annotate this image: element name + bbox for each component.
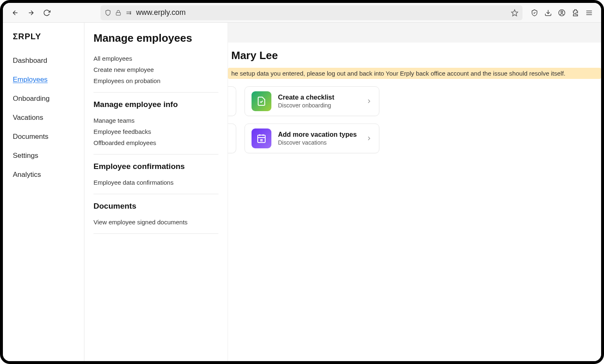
top-bar (228, 23, 601, 43)
link-employee-feedbacks[interactable]: Employee feedbacks (93, 126, 218, 137)
nav-analytics[interactable]: Analytics (13, 165, 84, 184)
nav-dashboard[interactable]: Dashboard (13, 51, 84, 70)
bookmark-star-icon[interactable] (511, 9, 518, 17)
nav-vacations[interactable]: Vacations (13, 108, 84, 127)
back-button[interactable] (11, 9, 19, 17)
setup-alert: he setup data you entered, please log ou… (228, 68, 601, 79)
checklist-icon (252, 91, 271, 111)
nav-employees[interactable]: Employees (13, 70, 84, 89)
card-subtitle: Discover vacations (278, 139, 366, 146)
heading-manage-info: Manage employee info (93, 100, 218, 109)
url-bar[interactable]: www.erply.com (101, 5, 523, 20)
shield-icon (105, 10, 111, 16)
logo: ΣRPLY (13, 32, 84, 41)
card-partial-1[interactable] (228, 86, 236, 116)
page-title: Mary Lee (228, 43, 601, 68)
svg-marker-5 (512, 10, 518, 16)
card-create-checklist[interactable]: Create a checklist Discover onboarding (244, 86, 379, 116)
card-title: Create a checklist (278, 94, 366, 101)
reload-button[interactable] (43, 9, 51, 17)
permissions-icon (125, 10, 132, 16)
calendar-icon (252, 128, 271, 148)
browser-toolbar: www.erply.com (3, 3, 601, 23)
card-vacation-types[interactable]: Add more vacation types Discover vacatio… (244, 124, 379, 153)
nav-documents[interactable]: Documents (13, 127, 84, 146)
url-text: www.erply.com (136, 8, 507, 17)
downloads-icon[interactable] (544, 9, 552, 17)
chevron-right-icon (366, 135, 372, 142)
card-subtitle: Discover onboarding (278, 102, 366, 109)
heading-confirmations: Employee confirmations (93, 162, 218, 171)
pocket-icon[interactable] (531, 9, 538, 17)
secondary-title: Manage employees (93, 32, 218, 45)
heading-documents: Documents (93, 202, 218, 211)
link-offboarded[interactable]: Offboarded employees (93, 137, 218, 148)
link-data-confirmations[interactable]: Employee data confirmations (93, 177, 218, 188)
primary-sidebar: ΣRPLY Dashboard Employees Onboarding Vac… (3, 23, 84, 361)
link-all-employees[interactable]: All employees (93, 53, 218, 64)
link-manage-teams[interactable]: Manage teams (93, 115, 218, 126)
lock-icon (115, 10, 121, 16)
svg-point-4 (130, 13, 131, 14)
svg-rect-12 (258, 135, 265, 143)
menu-icon[interactable] (585, 9, 593, 17)
link-signed-documents[interactable]: View employee signed documents (93, 216, 218, 228)
extensions-icon[interactable] (572, 9, 579, 17)
main-area: Mary Lee he setup data you entered, plea… (228, 23, 601, 361)
card-title: Add more vacation types (278, 131, 366, 138)
nav-onboarding[interactable]: Onboarding (13, 89, 84, 108)
svg-point-3 (130, 11, 131, 12)
forward-button[interactable] (27, 9, 35, 17)
secondary-sidebar: Manage employees All employees Create ne… (84, 23, 228, 361)
link-create-employee[interactable]: Create new employee (93, 64, 218, 75)
svg-rect-0 (116, 12, 121, 15)
link-employees-probation[interactable]: Employees on probation (93, 75, 218, 86)
card-partial-2[interactable] (228, 124, 236, 153)
chevron-right-icon (366, 98, 372, 105)
svg-point-8 (561, 11, 563, 13)
nav-settings[interactable]: Settings (13, 146, 84, 165)
account-icon[interactable] (558, 9, 566, 17)
